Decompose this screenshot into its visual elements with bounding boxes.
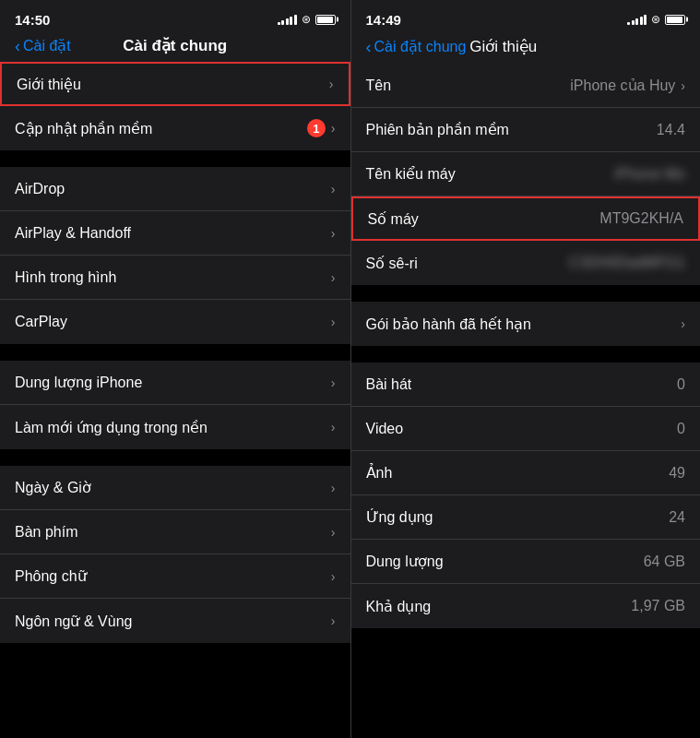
item-label-bai-hat: Bài hát — [366, 376, 412, 393]
nav-bar-left: ‹ Cài đặt Cài đặt chung — [0, 33, 350, 62]
back-chevron-icon-right: ‹ — [366, 39, 372, 55]
status-bar-left: 14:50 ⊛ — [0, 0, 350, 33]
item-value-so-may: MT9G2KH/A — [599, 210, 683, 227]
item-label-video: Video — [366, 421, 404, 437]
settings-item-dung-luong[interactable]: Dung lượng iPhone › — [0, 361, 350, 405]
settings-item-ten[interactable]: Tên iPhone của Huy › — [351, 64, 701, 108]
section-gap-r2 — [351, 346, 701, 363]
chevron-icon: › — [331, 315, 336, 329]
chevron-icon: › — [331, 375, 336, 390]
section-gap-r1 — [351, 285, 701, 302]
signal-icon-right — [627, 14, 647, 25]
settings-list-left: Giới thiệu › Cập nhật phần mềm 1 › — [0, 62, 350, 738]
settings-group-3: Dung lượng iPhone › Làm mới ứng dụng tro… — [0, 361, 350, 449]
settings-item-ngay-gio[interactable]: Ngày & Giờ › — [0, 466, 350, 510]
item-label-ngay-gio: Ngày & Giờ — [15, 479, 91, 496]
settings-item-cap-nhat[interactable]: Cập nhật phần mềm 1 › — [0, 106, 350, 150]
status-time-left: 14:50 — [15, 12, 50, 28]
item-label-so-se-ri: Số sê-ri — [366, 255, 418, 272]
settings-item-gioi-thieu[interactable]: Giới thiệu › — [0, 62, 350, 106]
chevron-icon: › — [331, 613, 336, 628]
item-label-cap-nhat: Cập nhật phần mềm — [15, 120, 152, 137]
right-settings-group-2: Gói bảo hành đã hết hạn › — [351, 302, 701, 346]
item-value-kha-dung: 1,97 GB — [631, 598, 685, 614]
back-button-left[interactable]: ‹ Cài đặt — [15, 37, 71, 54]
status-icons-left: ⊛ — [278, 13, 336, 26]
item-label-lam-moi: Làm mới ứng dụng trong nền — [15, 419, 208, 436]
section-gap-1 — [0, 150, 350, 167]
settings-list-right: Tên iPhone của Huy › Phiên bản phần mềm … — [351, 64, 701, 738]
chevron-icon: › — [331, 481, 336, 495]
section-gap-2 — [0, 344, 350, 361]
item-label-airplay: AirPlay & Handoff — [15, 225, 131, 242]
settings-item-phong-chu[interactable]: Phông chữ › — [0, 554, 350, 599]
signal-icon — [278, 14, 297, 25]
item-value-ten-kieu: iPhone Mo — [615, 166, 686, 183]
status-bar-right: 14:49 ⊛ — [351, 0, 701, 33]
settings-item-carplay[interactable]: CarPlay › — [0, 300, 350, 344]
settings-item-dung-luong-r: Dung lượng 64 GB — [351, 540, 701, 584]
item-value-dung-luong-r: 64 GB — [644, 554, 685, 570]
settings-item-kha-dung: Khả dụng 1,97 GB — [351, 584, 701, 628]
chevron-icon: › — [331, 525, 336, 540]
item-value-bai-hat: 0 — [677, 376, 685, 393]
nav-subtitle-right: Giới thiệu — [469, 37, 537, 56]
item-label-gioi-thieu: Giới thiệu — [17, 76, 81, 93]
battery-icon-right — [665, 15, 685, 25]
item-value-anh: 49 — [669, 465, 685, 482]
chevron-icon: › — [331, 569, 336, 584]
nav-bar-right: ‹ Cài đặt chung Giới thiệu — [351, 33, 701, 64]
settings-group-2: AirDrop › AirPlay & Handoff › Hình trong… — [0, 167, 350, 344]
item-label-phien-ban: Phiên bản phần mềm — [366, 121, 509, 138]
wifi-icon-right: ⊛ — [651, 13, 660, 26]
item-label-ten: Tên — [366, 77, 392, 94]
item-label-dung-luong: Dung lượng iPhone — [15, 374, 142, 391]
settings-item-phien-ban: Phiên bản phần mềm 14.4 — [351, 108, 701, 152]
settings-item-ngon-ngu[interactable]: Ngôn ngữ & Vùng › — [0, 599, 350, 643]
status-time-right: 14:49 — [366, 12, 401, 28]
right-panel: 14:49 ⊛ ‹ Cài đặt chung Giới thiệu — [350, 0, 701, 738]
left-panel: 14:50 ⊛ ‹ Cài đặt Cài đặt chung — [0, 0, 350, 738]
back-button-right[interactable]: ‹ Cài đặt chung — [366, 38, 467, 55]
settings-item-ung-dung: Ứng dụng 24 — [351, 495, 701, 540]
settings-item-so-may: Số máy MT9G2KH/A — [351, 196, 701, 241]
right-settings-group-1: Tên iPhone của Huy › Phiên bản phần mềm … — [351, 64, 701, 285]
back-label-right: Cài đặt chung — [374, 38, 467, 55]
item-label-phong-chu: Phông chữ — [15, 567, 87, 585]
battery-icon — [315, 15, 336, 25]
settings-item-ten-kieu: Tên kiểu máy iPhone Mo — [351, 152, 701, 196]
right-settings-group-3: Bài hát 0 Video 0 Ảnh 49 — [351, 363, 701, 628]
chevron-icon: › — [331, 270, 336, 285]
chevron-icon: › — [331, 182, 336, 196]
chevron-icon: › — [681, 78, 685, 93]
nav-title-left: Cài đặt chung — [123, 36, 227, 55]
wifi-icon: ⊛ — [302, 13, 311, 26]
settings-item-bao-hanh[interactable]: Gói bảo hành đã hết hạn › — [351, 302, 701, 346]
item-label-hinh: Hình trong hình — [15, 269, 116, 286]
item-label-carplay: CarPlay — [15, 314, 67, 330]
item-value-video: 0 — [677, 421, 685, 437]
item-label-airdrop: AirDrop — [15, 181, 65, 197]
section-gap-3 — [0, 449, 350, 466]
item-label-ban-phim: Bàn phím — [15, 524, 77, 541]
item-label-so-may: Số máy — [368, 210, 419, 228]
settings-item-airplay[interactable]: AirPlay & Handoff › — [0, 211, 350, 256]
item-label-ngon-ngu: Ngôn ngữ & Vùng — [15, 613, 132, 630]
item-value-ung-dung: 24 — [669, 509, 685, 526]
chevron-icon: › — [331, 226, 336, 241]
item-label-dung-luong-r: Dung lượng — [366, 553, 444, 570]
settings-group-1: Giới thiệu › Cập nhật phần mềm 1 › — [0, 62, 350, 150]
chevron-icon: › — [681, 316, 685, 331]
settings-item-anh: Ảnh 49 — [351, 451, 701, 495]
item-label-kha-dung: Khả dụng — [366, 598, 432, 615]
settings-item-hinh[interactable]: Hình trong hình › — [0, 256, 350, 300]
settings-item-lam-moi[interactable]: Làm mới ứng dụng trong nền › — [0, 405, 350, 449]
settings-item-so-se-ri: Số sê-ri C3DH0DadMFG1 — [351, 241, 701, 285]
settings-item-ban-phim[interactable]: Bàn phím › — [0, 510, 350, 554]
badge-cap-nhat: 1 — [307, 119, 326, 137]
item-value-phien-ban: 14.4 — [657, 122, 685, 138]
settings-item-airdrop[interactable]: AirDrop › — [0, 167, 350, 211]
back-chevron-icon: ‹ — [15, 38, 20, 54]
status-icons-right: ⊛ — [627, 13, 685, 26]
item-label-bao-hanh: Gói bảo hành đã hết hạn — [366, 315, 531, 333]
